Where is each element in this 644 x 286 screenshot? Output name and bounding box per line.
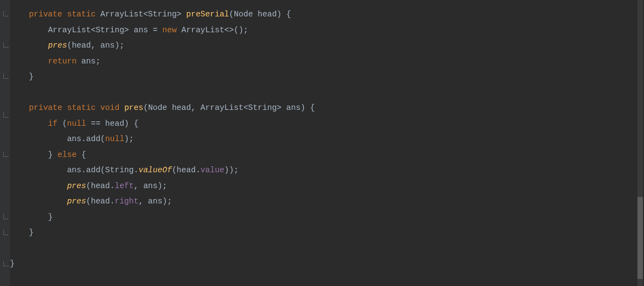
scroll-thumb[interactable] [637, 197, 643, 279]
code-line: } [10, 213, 53, 221]
code-line: } [10, 228, 34, 237]
fold-marker[interactable] [3, 230, 9, 235]
code-line: if (null == head) { [10, 119, 139, 128]
code-line: private static void pres(Node head, Arra… [10, 103, 315, 112]
code-line: } [10, 72, 34, 81]
fold-marker[interactable] [3, 73, 9, 79]
gutter [0, 0, 10, 286]
code-line: } else { [10, 150, 86, 159]
fold-marker[interactable] [3, 261, 9, 266]
fold-marker[interactable] [3, 112, 9, 118]
code-line: pres(head.right, ans); [10, 197, 172, 206]
fold-marker[interactable] [3, 151, 9, 157]
fold-marker[interactable] [3, 42, 9, 48]
code-line: ans.add(null); [10, 135, 134, 143]
code-line: ArrayList<String> ans = new ArrayList<>(… [10, 26, 248, 34]
code-line: } [10, 259, 15, 268]
code-editor[interactable]: private static ArrayList<String> preSeri… [10, 7, 315, 272]
code-line: pres(head, ans); [10, 41, 124, 50]
code-line: private static ArrayList<String> preSeri… [10, 10, 291, 19]
code-line: ans.add(String.valueOf(head.value)); [10, 166, 239, 174]
fold-marker[interactable] [3, 214, 9, 219]
fold-marker[interactable] [3, 11, 9, 16]
code-line: return ans; [10, 57, 100, 66]
code-line: pres(head.left, ans); [10, 182, 167, 190]
